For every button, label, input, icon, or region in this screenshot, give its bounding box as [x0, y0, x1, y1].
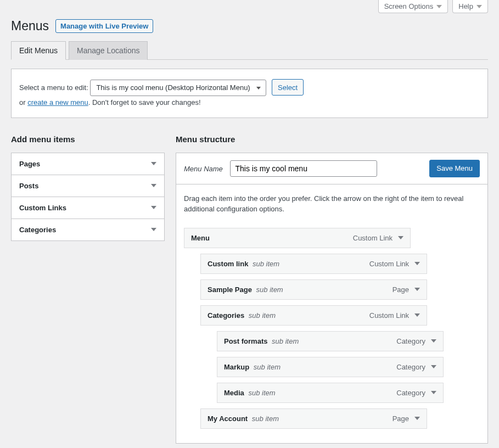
caret-down-icon[interactable]: [414, 288, 420, 291]
caret-down-icon[interactable]: [431, 365, 436, 368]
menu-item-type: Category: [396, 337, 425, 345]
menu-item-title: Sample Page: [208, 285, 252, 294]
menu-item-title: Custom link: [208, 260, 248, 268]
sub-item-label: sub item: [252, 415, 279, 423]
caret-down-icon[interactable]: [414, 262, 420, 265]
accordion-categories[interactable]: Categories: [12, 219, 164, 240]
add-items-title: Add menu items: [11, 135, 165, 144]
structure-title: Menu structure: [176, 135, 488, 144]
menu-item-type: Page: [393, 285, 409, 294]
menu-item-title: Markup: [224, 363, 249, 371]
save-menu-button[interactable]: Save Menu: [429, 160, 480, 177]
caret-down-icon: [151, 162, 156, 165]
menu-item[interactable]: My Account sub itemPage: [200, 408, 427, 429]
menu-item-type: Category: [396, 363, 425, 371]
menu-instructions: Drag each item into the order you prefer…: [184, 193, 480, 215]
sub-item-label: sub item: [254, 363, 281, 371]
menu-item[interactable]: Media sub itemCategory: [217, 383, 444, 403]
menu-item[interactable]: Markup sub itemCategory: [217, 357, 444, 377]
caret-down-icon: [151, 228, 156, 231]
caret-down-icon: [151, 184, 156, 187]
menu-item-title: Menu: [191, 234, 210, 242]
page-title: Menus: [11, 19, 49, 33]
help-button[interactable]: Help: [452, 0, 488, 13]
menu-name-label: Menu Name: [184, 165, 223, 173]
menu-item[interactable]: Custom link sub itemCustom Link: [200, 254, 427, 274]
menu-item-type: Custom Link: [369, 260, 409, 268]
sub-item-label: sub item: [249, 311, 276, 320]
sub-item-label: sub item: [253, 260, 279, 268]
live-preview-button[interactable]: Manage with Live Preview: [55, 19, 153, 33]
menu-item-type: Custom Link: [353, 234, 393, 242]
caret-down-icon[interactable]: [414, 417, 420, 420]
help-label: Help: [458, 2, 473, 10]
caret-down-icon[interactable]: [431, 339, 436, 343]
sub-item-label: sub item: [272, 337, 299, 345]
menu-item[interactable]: Post formats sub itemCategory: [217, 331, 444, 351]
caret-down-icon[interactable]: [398, 236, 403, 239]
caret-down-icon: [436, 5, 442, 8]
select-menu-label: Select a menu to edit:: [19, 83, 88, 92]
menu-select-dropdown[interactable]: This is my cool menu (Desktop Horizontal…: [90, 80, 266, 96]
sub-item-label: sub item: [256, 285, 283, 294]
menu-select-box: Select a menu to edit: This is my cool m…: [11, 69, 488, 118]
tab-edit-menus[interactable]: Edit Menus: [11, 41, 66, 60]
menu-name-input[interactable]: [230, 160, 377, 177]
menu-item[interactable]: Sample Page sub itemPage: [200, 279, 427, 300]
accordion-label: Posts: [19, 182, 38, 190]
add-items-accordion: Pages Posts Custom Links Categories: [11, 153, 165, 241]
accordion-pages[interactable]: Pages: [12, 153, 164, 175]
caret-down-icon[interactable]: [414, 313, 420, 317]
menu-structure-frame: Menu Name Save Menu Drag each item into …: [176, 153, 488, 444]
caret-down-icon[interactable]: [431, 391, 436, 394]
menu-items-list: MenuCustom LinkCustom link sub itemCusto…: [184, 228, 480, 429]
screen-options-button[interactable]: Screen Options: [378, 0, 448, 13]
select-button[interactable]: Select: [272, 79, 304, 96]
sub-item-label: sub item: [248, 389, 275, 397]
caret-down-icon: [476, 5, 482, 8]
menu-item-title: Categories: [208, 311, 244, 320]
or-text: or: [19, 98, 27, 107]
accordion-label: Pages: [19, 160, 40, 168]
menu-item[interactable]: MenuCustom Link: [184, 228, 411, 248]
menu-item-type: Page: [393, 415, 409, 423]
nav-tabs: Edit Menus Manage Locations: [11, 41, 488, 60]
menu-item-title: Media: [224, 389, 244, 397]
screen-options-label: Screen Options: [384, 2, 434, 10]
accordion-label: Custom Links: [19, 204, 66, 212]
caret-down-icon: [151, 206, 156, 209]
accordion-posts[interactable]: Posts: [12, 175, 164, 197]
menu-item-type: Category: [396, 389, 425, 397]
tab-manage-locations[interactable]: Manage Locations: [69, 41, 148, 60]
accordion-custom-links[interactable]: Custom Links: [12, 197, 164, 219]
dont-forget-text: . Don't forget to save your changes!: [88, 98, 201, 107]
menu-item[interactable]: Categories sub itemCustom Link: [200, 305, 427, 326]
menu-item-title: Post formats: [224, 337, 267, 345]
accordion-label: Categories: [19, 226, 56, 234]
create-new-menu-link[interactable]: create a new menu: [27, 98, 88, 107]
menu-item-type: Custom Link: [369, 311, 409, 320]
menu-item-title: My Account: [208, 415, 248, 423]
